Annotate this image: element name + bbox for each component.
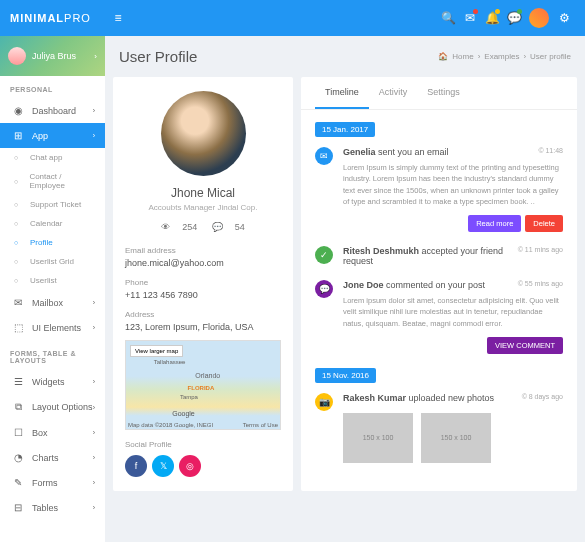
chevron-right-icon: › bbox=[93, 107, 95, 114]
pie-icon: ◔ bbox=[10, 452, 26, 463]
crumb-examples[interactable]: Examples bbox=[484, 52, 519, 61]
menu-toggle-icon[interactable]: ≡ bbox=[107, 11, 129, 25]
table-icon: ⊟ bbox=[10, 502, 26, 513]
read-more-button[interactable]: Read more bbox=[468, 215, 521, 232]
timestamp: © 55 mins ago bbox=[518, 280, 563, 287]
grid-icon: ⊞ bbox=[10, 130, 26, 141]
nav-box[interactable]: ☐Box› bbox=[0, 420, 105, 445]
date-badge: 15 Jan. 2017 bbox=[315, 122, 375, 137]
circle-icon: ○ bbox=[14, 178, 23, 185]
section-forms: FORMS, TABLE & LAYOUTS bbox=[0, 340, 105, 369]
search-icon[interactable]: 🔍 bbox=[437, 11, 459, 25]
comment-icon: 💬 bbox=[212, 222, 223, 232]
timeline-text: Lorem ipsum dolor sit amet, consectetur … bbox=[343, 295, 563, 329]
chevron-right-icon: › bbox=[93, 324, 95, 331]
date-badge: 15 Nov. 2016 bbox=[315, 368, 376, 383]
chevron-right-icon: › bbox=[93, 404, 95, 411]
box-icon: ☐ bbox=[10, 427, 26, 438]
circle-icon: ○ bbox=[14, 277, 24, 284]
address-value: 123, Lorem Ipsum, Florida, USA bbox=[125, 322, 281, 332]
home-icon[interactable]: 🏠 bbox=[438, 52, 448, 61]
page-title: User Profile bbox=[119, 48, 197, 65]
timeline-text: Lorem Ipsum is simply dummy text of the … bbox=[343, 162, 563, 207]
tab-settings[interactable]: Settings bbox=[417, 77, 470, 109]
nav-app[interactable]: ⊞App› bbox=[0, 123, 105, 148]
circle-icon: ○ bbox=[14, 239, 24, 246]
mail-icon[interactable]: ✉ bbox=[459, 11, 481, 25]
nav-mailbox[interactable]: ✉Mailbox› bbox=[0, 290, 105, 315]
eye-icon: 👁 bbox=[161, 222, 170, 232]
chevron-right-icon: › bbox=[94, 52, 97, 61]
circle-icon: ○ bbox=[14, 201, 24, 208]
delete-button[interactable]: Delete bbox=[525, 215, 563, 232]
circle-icon: ○ bbox=[14, 154, 24, 161]
social-label: Social Profile bbox=[125, 440, 281, 449]
sub-contact[interactable]: ○Contact / Employee bbox=[0, 167, 105, 195]
sidebar-user[interactable]: Juliya Brus › bbox=[0, 36, 105, 76]
email-label: Email address bbox=[125, 246, 281, 255]
photo-thumb[interactable]: 150 x 100 bbox=[343, 413, 413, 463]
comment-dot-icon: 💬 bbox=[315, 280, 333, 298]
sub-userlist[interactable]: ○Userlist bbox=[0, 271, 105, 290]
sub-profile[interactable]: ○Profile bbox=[0, 233, 105, 252]
nav-ui-elements[interactable]: ⬚UI Elements› bbox=[0, 315, 105, 340]
breadcrumb: 🏠 Home› Examples› User profile bbox=[438, 52, 571, 61]
map[interactable]: View larger map Orlando FLORIDA Tallahas… bbox=[125, 340, 281, 430]
crumb-current: User profile bbox=[530, 52, 571, 61]
nav-tables[interactable]: ⊟Tables› bbox=[0, 495, 105, 520]
chevron-right-icon: › bbox=[93, 454, 95, 461]
chevron-right-icon: › bbox=[93, 429, 95, 436]
nav-charts[interactable]: ◔Charts› bbox=[0, 445, 105, 470]
facebook-button[interactable]: f bbox=[125, 455, 147, 477]
nav-layout-options[interactable]: ⧉Layout Options› bbox=[0, 394, 105, 420]
map-larger-button[interactable]: View larger map bbox=[130, 345, 183, 357]
chevron-right-icon: › bbox=[93, 378, 95, 385]
edit-icon: ✎ bbox=[10, 477, 26, 488]
tab-activity[interactable]: Activity bbox=[369, 77, 418, 109]
sidebar-username: Juliya Brus bbox=[32, 51, 76, 61]
chevron-right-icon: › bbox=[93, 299, 95, 306]
photo-thumb[interactable]: 150 x 100 bbox=[421, 413, 491, 463]
check-dot-icon: ✓ bbox=[315, 246, 333, 264]
sidebar-avatar bbox=[8, 47, 26, 65]
twitter-button[interactable]: 𝕏 bbox=[152, 455, 174, 477]
bell-icon[interactable]: 🔔 bbox=[481, 11, 503, 25]
mail-dot-icon: ✉ bbox=[315, 147, 333, 165]
nav-dashboard[interactable]: ◉Dashboard› bbox=[0, 98, 105, 123]
circle-icon: ○ bbox=[14, 258, 24, 265]
tab-timeline[interactable]: Timeline bbox=[315, 77, 369, 109]
nav-widgets[interactable]: ☰Widgets› bbox=[0, 369, 105, 394]
circle-icon: ○ bbox=[14, 220, 24, 227]
mail-icon: ✉ bbox=[10, 297, 26, 308]
layout-icon: ⧉ bbox=[10, 401, 26, 413]
chevron-right-icon: › bbox=[93, 132, 95, 139]
camera-dot-icon: 📷 bbox=[315, 393, 333, 411]
timestamp: © 11 mins ago bbox=[518, 246, 563, 253]
instagram-button[interactable]: ◎ bbox=[179, 455, 201, 477]
nav-forms[interactable]: ✎Forms› bbox=[0, 470, 105, 495]
chat-icon[interactable]: 💬 bbox=[503, 11, 525, 25]
sub-chat[interactable]: ○Chat app bbox=[0, 148, 105, 167]
dashboard-icon: ◉ bbox=[10, 105, 26, 116]
phone-label: Phone bbox=[125, 278, 281, 287]
user-avatar[interactable] bbox=[529, 8, 549, 28]
chevron-right-icon: › bbox=[93, 504, 95, 511]
view-comment-button[interactable]: VIEW COMMENT bbox=[487, 337, 563, 354]
sub-calendar[interactable]: ○Calendar bbox=[0, 214, 105, 233]
address-label: Address bbox=[125, 310, 281, 319]
profile-role: Accoubts Manager Jindal Cop. bbox=[125, 203, 281, 212]
phone-value: +11 123 456 7890 bbox=[125, 290, 281, 300]
crumb-home[interactable]: Home bbox=[452, 52, 473, 61]
sub-support[interactable]: ○Support Ticket bbox=[0, 195, 105, 214]
gear-icon[interactable]: ⚙ bbox=[553, 11, 575, 25]
timestamp: © 8 days ago bbox=[522, 393, 563, 400]
brand-logo[interactable]: MINIMALPRO bbox=[10, 12, 91, 24]
email-value: jhone.mical@yahoo.com bbox=[125, 258, 281, 268]
profile-avatar bbox=[161, 91, 246, 176]
section-personal: PERSONAL bbox=[0, 76, 105, 98]
profile-name: Jhone Mical bbox=[125, 186, 281, 200]
list-icon: ☰ bbox=[10, 376, 26, 387]
chevron-right-icon: › bbox=[93, 479, 95, 486]
sub-userlist-grid[interactable]: ○Userlist Grid bbox=[0, 252, 105, 271]
profile-stats: 👁254 💬54 bbox=[125, 222, 281, 232]
